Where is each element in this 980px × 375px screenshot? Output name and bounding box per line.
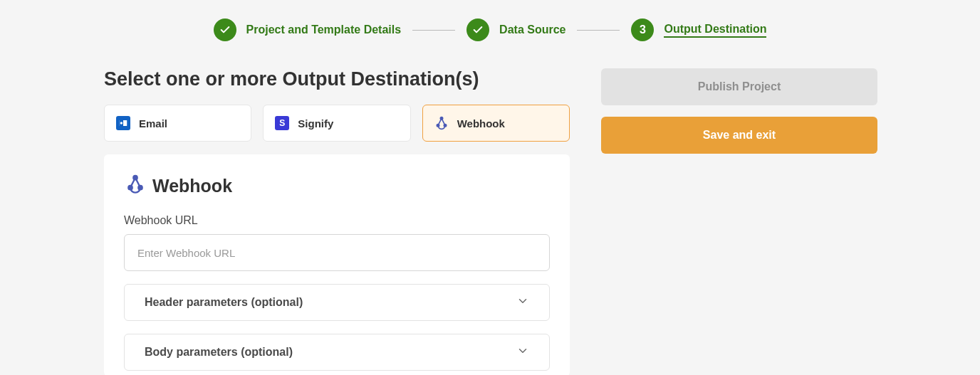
svg-point-6 (133, 176, 137, 179)
outlook-icon (116, 116, 130, 130)
destination-card-signify[interactable]: S Signify (263, 105, 410, 142)
step-label: Output Destination (664, 23, 766, 38)
destination-label: Webhook (457, 117, 505, 130)
destination-label: Email (139, 117, 167, 130)
webhook-url-input[interactable] (124, 234, 550, 271)
step-data-source[interactable]: Data Source (466, 19, 565, 41)
step-project-template[interactable]: Project and Template Details (214, 19, 402, 41)
webhook-panel: Webhook Webhook URL Header parameters (o… (104, 154, 570, 375)
step-number-icon: 3 (631, 19, 654, 41)
chevron-down-icon (516, 344, 529, 360)
header-params-accordion[interactable]: Header parameters (optional) (124, 284, 550, 321)
webhook-icon (125, 174, 145, 197)
check-icon (214, 19, 236, 41)
panel-header: Webhook (125, 174, 550, 197)
body-params-accordion[interactable]: Body parameters (optional) (124, 334, 550, 371)
accordion-label: Header parameters (optional) (145, 296, 303, 309)
accordion-label: Body parameters (optional) (145, 346, 293, 359)
stepper: Project and Template Details Data Source… (0, 0, 980, 68)
step-divider (412, 30, 455, 31)
panel-title: Webhook (152, 176, 232, 196)
svg-point-8 (138, 186, 142, 189)
check-icon (466, 19, 489, 41)
signify-icon: S (275, 116, 289, 130)
destination-card-email[interactable]: Email (104, 105, 251, 142)
svg-point-3 (440, 117, 442, 120)
destination-label: Signify (298, 117, 333, 130)
page-title: Select one or more Output Destination(s) (104, 68, 570, 90)
step-label: Project and Template Details (246, 23, 402, 36)
chevron-down-icon (516, 295, 529, 310)
destination-card-row: Email S Signify Webhook (104, 105, 570, 142)
svg-point-7 (128, 186, 132, 189)
step-divider (577, 30, 620, 31)
webhook-icon (434, 116, 449, 130)
step-output-destination[interactable]: 3 Output Destination (631, 19, 766, 41)
destination-card-webhook[interactable]: Webhook (422, 105, 570, 142)
webhook-url-label: Webhook URL (124, 214, 550, 227)
svg-point-5 (444, 125, 446, 127)
save-and-exit-button[interactable]: Save and exit (601, 117, 877, 154)
svg-point-4 (437, 125, 439, 127)
publish-project-button[interactable]: Publish Project (601, 68, 877, 105)
step-label: Data Source (499, 23, 565, 36)
svg-point-2 (120, 122, 123, 125)
